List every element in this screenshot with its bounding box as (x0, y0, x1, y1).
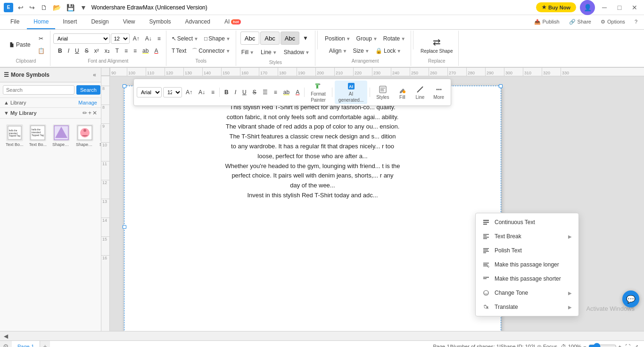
decrease-font-button[interactable]: A↓ (143, 33, 154, 44)
focus-button[interactable]: ◎ Focus (535, 343, 559, 347)
close-button[interactable]: ✕ (629, 2, 640, 13)
list-item[interactable]: Shape1... (98, 122, 101, 149)
floating-fill-button[interactable]: Fill (394, 84, 410, 101)
help-button[interactable]: ? (632, 18, 640, 25)
text-button[interactable]: T Text (169, 45, 189, 56)
text-style-button[interactable]: T (113, 45, 121, 56)
selection-handle-ml[interactable] (123, 225, 126, 229)
list-item[interactable]: Shape1... (74, 122, 96, 149)
replace-shape-button[interactable]: ⇄ Replace Shape (418, 33, 455, 56)
cm-text-break[interactable]: Text Break ▶ (476, 229, 578, 243)
floating-numbered-list[interactable]: ≡ (272, 86, 280, 98)
buy-now-button[interactable]: ★ Buy Now (536, 2, 576, 12)
tab-design[interactable]: Design (84, 15, 115, 29)
user-avatar[interactable]: 👤 (580, 0, 595, 15)
chatbot-button[interactable]: 💬 (622, 291, 639, 307)
strikethrough-button[interactable]: S (83, 45, 91, 56)
floating-highlight[interactable]: ab (281, 86, 292, 98)
style-abc-1[interactable]: Abc (240, 32, 259, 45)
position-button[interactable]: Position ▼ (322, 33, 353, 44)
cm-polish-text[interactable]: Polish Text (476, 243, 578, 258)
select-button[interactable]: ↖ Select ▼ (169, 33, 201, 44)
cm-continuous-text[interactable]: Continuous Text (476, 215, 578, 229)
open-file-button[interactable]: 📂 (51, 3, 63, 12)
sidebar-collapse-button[interactable]: « (92, 71, 97, 79)
increase-font-button[interactable]: A↑ (131, 33, 142, 44)
floating-styles-button[interactable]: Styles (372, 84, 393, 101)
ai-generated-button[interactable]: AI AI generated... (335, 81, 367, 104)
add-page-button[interactable]: + (40, 342, 50, 347)
text-align-button[interactable]: ≡ (155, 33, 163, 44)
new-file-button[interactable]: 🗋 (39, 3, 49, 12)
search-input[interactable] (3, 85, 74, 95)
shadow-button[interactable]: Shadow ▼ (281, 47, 312, 58)
font-color-button[interactable]: A (152, 45, 160, 56)
tab-advanced[interactable]: Advanced (179, 15, 217, 29)
search-button[interactable]: Search (76, 85, 100, 95)
floating-font-select[interactable]: Arial (137, 87, 162, 97)
selection-handle-tl[interactable] (123, 84, 126, 88)
manage-button[interactable]: Manage (78, 100, 97, 105)
rotate-button[interactable]: Rotate ▼ (381, 33, 408, 44)
copy-button[interactable]: 📋 (35, 45, 47, 56)
connector-button[interactable]: ⌒ Connector ▼ (190, 45, 232, 56)
floating-line-button[interactable]: Line (412, 84, 428, 101)
font-family-select[interactable]: Arial (53, 33, 110, 44)
size-button[interactable]: Size ▼ (350, 45, 372, 56)
line-spacing-button[interactable]: ≡ (122, 45, 130, 56)
font-size-select[interactable]: 12 (111, 33, 130, 44)
styles-more-button[interactable]: ▼ (300, 32, 311, 44)
align-button[interactable]: Align ▼ (327, 45, 350, 56)
lock-button[interactable]: 🔒 Lock ▼ (373, 45, 404, 56)
floating-italic[interactable]: I (232, 86, 239, 98)
bold-button[interactable]: B (56, 45, 65, 56)
cut-button[interactable]: ✂ (35, 33, 47, 44)
library-label[interactable]: ▲ Library (4, 100, 26, 105)
floating-decrease-font[interactable]: A↓ (196, 86, 207, 98)
page-tab-1[interactable]: Page-1 (12, 341, 40, 347)
list-item[interactable]: Shape1... (50, 122, 72, 149)
palette-arrow-left[interactable]: ◀ (4, 333, 8, 339)
tab-file[interactable]: File (4, 15, 26, 29)
underline-button[interactable]: U (73, 45, 82, 56)
format-painter-button[interactable]: Format Painter (307, 81, 330, 104)
style-abc-3[interactable]: Abc (281, 32, 299, 45)
add-library-button[interactable]: + (88, 110, 91, 116)
cm-make-shorter[interactable]: Make this passage shorter (476, 272, 578, 286)
group-button[interactable]: Group ▼ (354, 33, 380, 44)
close-library-button[interactable]: ✕ (92, 110, 97, 116)
save-button[interactable]: 💾 (65, 3, 76, 12)
floating-font-size-select[interactable]: 12 (163, 87, 182, 97)
floating-underline[interactable]: U (240, 86, 249, 98)
share-button[interactable]: 🔗 Share (566, 18, 594, 26)
cm-translate[interactable]: Translate ▶ (476, 300, 578, 314)
tab-insert[interactable]: Insert (56, 15, 83, 29)
shape-button[interactable]: □ Shape ▼ (202, 33, 233, 44)
bullet-list-button[interactable]: ≡ (131, 45, 139, 56)
publish-button[interactable]: 📤 Publish (531, 18, 562, 26)
tab-symbols[interactable]: Symbols (143, 15, 178, 29)
floating-increase-font[interactable]: A↑ (183, 86, 195, 98)
page-settings-button[interactable]: ⚙ (0, 342, 12, 347)
zoom-in-button[interactable]: + (617, 343, 623, 347)
floating-more-button[interactable]: More (429, 84, 448, 101)
floating-align[interactable]: ≡ (209, 86, 217, 98)
tab-home[interactable]: Home (27, 15, 55, 29)
fullscreen-button[interactable]: ⤢ (632, 343, 640, 347)
floating-font-color[interactable]: A (293, 86, 302, 98)
floating-bold[interactable]: B (222, 86, 231, 98)
zoom-slider[interactable] (588, 343, 617, 347)
floating-bullet-list[interactable]: ☰ (260, 86, 270, 98)
options-button[interactable]: ⚙ Options (598, 18, 628, 26)
fit-page-button[interactable]: ⛶ (623, 343, 632, 347)
fill-button[interactable]: Fill ▼ (239, 47, 256, 58)
cm-make-longer[interactable]: Make this passage longer (476, 258, 578, 272)
canvas[interactable]: Product Description for This stylish Red… (110, 76, 644, 331)
maximize-button[interactable]: □ (614, 2, 625, 13)
subscript-button[interactable]: x₂ (102, 45, 112, 56)
redo-button[interactable]: ↪ (27, 3, 37, 12)
line-button[interactable]: Line ▼ (258, 47, 280, 58)
tab-view[interactable]: View (116, 15, 142, 29)
floating-strikethrough[interactable]: S (250, 86, 259, 98)
more-actions-button[interactable]: ▼ (78, 3, 89, 12)
